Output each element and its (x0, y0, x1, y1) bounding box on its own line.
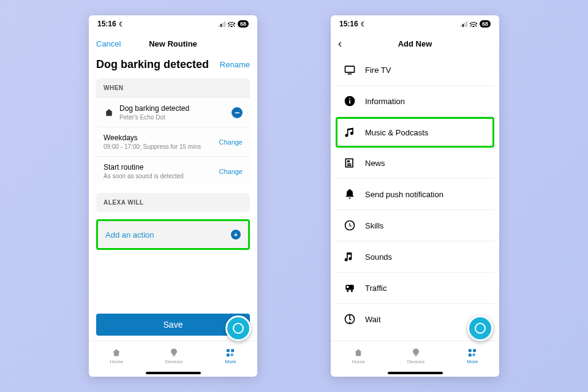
svg-point-16 (351, 290, 353, 292)
tab-home[interactable]: Home (352, 348, 364, 364)
svg-rect-9 (347, 160, 350, 162)
action-item-info[interactable]: Information (336, 86, 494, 117)
status-time: 15:16☾ (339, 20, 366, 28)
change-schedule-button[interactable]: Change (219, 138, 243, 146)
signal-icon (461, 21, 467, 27)
tab-bar: Home Devices More (89, 341, 257, 371)
add-action-label: Add an action (105, 230, 154, 239)
routine-title-row: Dog barking detected Rename (96, 58, 250, 71)
alexa-fab[interactable] (225, 315, 251, 341)
back-button[interactable]: ‹ (338, 37, 342, 50)
trigger-subtitle: Peter's Echo Dot (119, 114, 189, 121)
svg-point-19 (349, 315, 351, 317)
action-item-traffic[interactable]: Traffic (336, 273, 494, 304)
action-item-bell[interactable]: Send push notification (336, 179, 494, 210)
svg-point-13 (349, 224, 350, 226)
tv-icon (343, 63, 356, 77)
phone-left: 15:16☾ 68 Cancel New Routine Dog barking… (89, 15, 257, 377)
action-item-label: Information (365, 97, 405, 106)
action-item-label: Skills (365, 221, 383, 230)
action-item-music[interactable]: Music & Podcasts (336, 117, 494, 148)
action-item-label: Send push notification (365, 190, 443, 199)
svg-rect-6 (349, 100, 350, 104)
battery-icon: 68 (238, 20, 249, 28)
skills-icon (343, 219, 356, 232)
nav-header: ‹ Add New (331, 32, 499, 55)
status-indicators: 68 (461, 20, 491, 29)
status-time: 15:16☾ (97, 20, 124, 28)
schedule-title: Weekdays (104, 134, 201, 142)
action-item-label: Traffic (365, 284, 386, 293)
content-area: Dog barking detected Rename WHEN Dog bar… (89, 55, 257, 314)
battery-icon: 68 (480, 20, 491, 28)
action-item-label: Fire TV (365, 66, 391, 75)
tab-home[interactable]: Home (110, 348, 123, 364)
tab-bar: Home Devices More (331, 341, 499, 371)
add-action-button[interactable]: Add an action + (96, 219, 250, 250)
sounds-icon (343, 250, 356, 263)
action-item-label: Sounds (365, 252, 392, 262)
svg-rect-22 (473, 349, 477, 352)
status-indicators: 68 (219, 20, 249, 29)
tab-more[interactable]: More (225, 348, 236, 364)
phone-right: 15:16☾ 68 ‹ Add New Fire TVInformationMu… (331, 15, 499, 377)
action-list: Fire TVInformationMusic & PodcastsNewsSe… (331, 55, 499, 341)
routine-name: Dog barking detected (96, 58, 209, 71)
wait-icon (343, 312, 356, 326)
nav-header: Cancel New Routine (89, 32, 257, 55)
dnd-icon: ☾ (119, 21, 124, 28)
alexa-will-section: ALEXA WILL (96, 193, 250, 212)
svg-point-20 (349, 322, 351, 324)
when-header: WHEN (96, 78, 250, 97)
music-icon (343, 126, 356, 139)
action-item-news[interactable]: News (336, 148, 494, 179)
trigger-row[interactable]: Dog barking detected Peter's Echo Dot − (96, 97, 250, 127)
tab-more[interactable]: More (467, 348, 478, 364)
action-item-sounds[interactable]: Sounds (336, 241, 494, 273)
alexa-fab[interactable] (467, 315, 493, 341)
action-item-label: News (365, 159, 385, 168)
alexa-ring-icon (233, 323, 244, 334)
svg-rect-3 (345, 66, 355, 72)
device-icon (104, 107, 115, 118)
start-row[interactable]: Start routine As soon as sound is detect… (96, 156, 250, 186)
svg-rect-23 (469, 353, 472, 356)
action-item-tv[interactable]: Fire TV (336, 55, 494, 86)
svg-rect-1 (232, 349, 235, 352)
start-subtitle: As soon as sound is detected (104, 173, 184, 179)
tab-devices[interactable]: Devices (407, 348, 424, 364)
home-indicator (146, 372, 201, 374)
plus-icon: + (231, 230, 241, 239)
info-icon (343, 94, 356, 108)
svg-rect-17 (347, 286, 349, 288)
signal-icon (219, 21, 225, 27)
svg-rect-2 (227, 353, 230, 356)
nav-title: Add New (398, 39, 432, 48)
start-title: Start routine (104, 163, 184, 172)
dnd-icon: ☾ (361, 21, 366, 28)
status-bar: 15:16☾ 68 (89, 15, 257, 32)
schedule-row[interactable]: Weekdays 09:00 - 17:00; Suppress for 15 … (96, 127, 250, 156)
action-item-skills[interactable]: Skills (336, 210, 494, 241)
news-icon (343, 156, 356, 170)
rename-button[interactable]: Rename (220, 60, 250, 69)
svg-rect-7 (349, 98, 350, 99)
action-item-label: Music & Podcasts (365, 128, 428, 137)
home-indicator (388, 372, 443, 374)
alexa-will-header: ALEXA WILL (96, 193, 250, 212)
tab-devices[interactable]: Devices (165, 348, 183, 364)
wifi-icon (470, 20, 477, 29)
alexa-ring-icon (475, 323, 486, 334)
remove-trigger-button[interactable]: − (232, 107, 243, 118)
cancel-button[interactable]: Cancel (96, 39, 121, 48)
status-bar: 15:16☾ 68 (331, 15, 499, 32)
svg-rect-21 (469, 349, 472, 352)
bell-icon (343, 187, 356, 201)
svg-rect-4 (348, 74, 352, 75)
wifi-icon (228, 20, 235, 29)
schedule-subtitle: 09:00 - 17:00; Suppress for 15 mins (104, 143, 201, 150)
traffic-icon (343, 281, 356, 295)
trigger-title: Dog barking detected (119, 104, 189, 113)
change-start-button[interactable]: Change (219, 168, 243, 175)
nav-title: New Routine (149, 39, 197, 48)
